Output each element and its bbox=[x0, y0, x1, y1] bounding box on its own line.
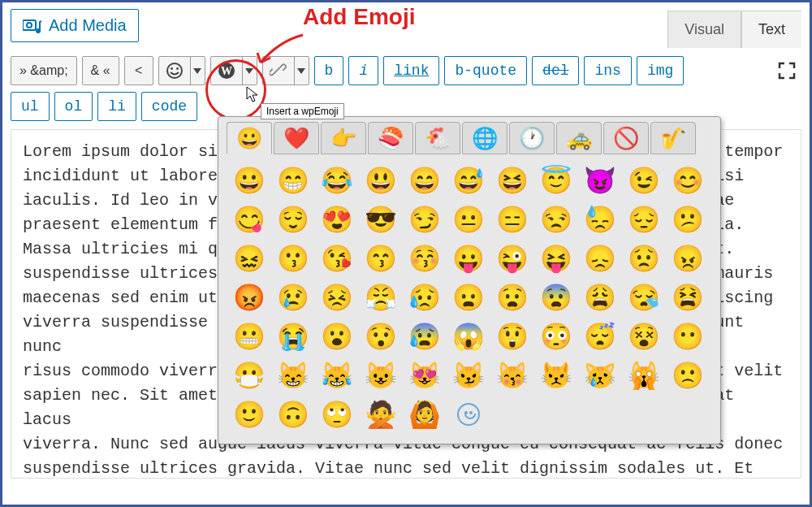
emoji-cell[interactable]: 😵 bbox=[624, 318, 663, 354]
emoji-cell[interactable]: 😜 bbox=[493, 240, 532, 276]
emoji-cell[interactable]: 😁 bbox=[274, 162, 313, 198]
fullscreen-button[interactable] bbox=[772, 56, 801, 85]
emoji-category-tab[interactable]: 👉 bbox=[321, 122, 366, 154]
wordpress-dropdown-button[interactable]: W bbox=[210, 56, 257, 85]
emoji-category-tab[interactable]: 🍣 bbox=[368, 122, 413, 154]
emoji-category-tab[interactable]: 🕐 bbox=[509, 122, 555, 154]
emoji-cell[interactable]: 😦 bbox=[449, 280, 488, 315]
tab-text[interactable]: Text bbox=[741, 11, 801, 48]
emoji-cell[interactable]: 😙 bbox=[361, 240, 400, 276]
emoji-cell[interactable]: 😣 bbox=[317, 280, 356, 315]
ul-button[interactable]: ul bbox=[11, 92, 50, 121]
emoji-cell[interactable]: 😋 bbox=[230, 202, 269, 237]
code-button[interactable]: code bbox=[141, 92, 197, 121]
img-button[interactable]: img bbox=[637, 56, 684, 85]
emoji-cell[interactable]: 😿 bbox=[581, 358, 620, 393]
del-button[interactable]: del bbox=[532, 56, 579, 85]
emoji-cell[interactable]: 😈 bbox=[581, 162, 620, 198]
emoji-cell[interactable]: 😯 bbox=[361, 318, 400, 354]
ins-button[interactable]: ins bbox=[584, 56, 631, 85]
emoji-cell[interactable]: 😮 bbox=[317, 318, 356, 354]
emoji-cell[interactable]: 🙃 bbox=[274, 396, 313, 432]
emoji-cell[interactable]: 🙂 bbox=[230, 396, 269, 432]
emoji-cell[interactable]: 😱 bbox=[449, 318, 488, 354]
emoji-cell[interactable]: 😍 bbox=[317, 202, 356, 237]
emoji-cell[interactable]: 🙄 bbox=[317, 396, 356, 432]
emoji-cell[interactable]: 😺 bbox=[361, 358, 400, 393]
emoji-cell[interactable]: 😔 bbox=[624, 202, 663, 237]
emoji-cell[interactable]: 😏 bbox=[405, 202, 444, 237]
emoji-cell[interactable]: 😲 bbox=[493, 318, 532, 354]
emoji-cell[interactable]: 😆 bbox=[493, 162, 532, 198]
link-dropdown-button[interactable] bbox=[262, 56, 309, 85]
emoji-cell[interactable]: 😞 bbox=[581, 240, 620, 276]
emoji-cell[interactable]: 😷 bbox=[230, 358, 269, 393]
emoji-cell[interactable]: 😓 bbox=[581, 202, 620, 237]
emoji-cell[interactable]: 😾 bbox=[537, 358, 576, 393]
emoji-cell[interactable]: 😥 bbox=[405, 280, 444, 315]
emoji-dropdown-button[interactable] bbox=[158, 56, 205, 85]
emoji-cell[interactable]: 😛 bbox=[449, 240, 488, 276]
emoji-cell[interactable]: 😽 bbox=[493, 358, 532, 393]
amp-raw-button[interactable]: » &amp; bbox=[11, 56, 77, 85]
add-media-button[interactable]: Add Media bbox=[11, 9, 139, 42]
emoji-cell[interactable]: 😨 bbox=[537, 280, 576, 315]
emoji-cell[interactable]: 😶 bbox=[668, 318, 707, 354]
emoji-cell[interactable]: 😖 bbox=[230, 240, 269, 276]
emoji-cell[interactable]: 😳 bbox=[537, 318, 576, 354]
emoji-cell[interactable]: 😂 bbox=[317, 162, 356, 198]
emoji-cell[interactable]: 😫 bbox=[668, 280, 707, 315]
emoji-cell[interactable]: 😪 bbox=[624, 280, 663, 315]
emoji-category-tab[interactable]: 🚕 bbox=[556, 122, 602, 154]
emoji-cell[interactable]: 😻 bbox=[405, 358, 444, 393]
emoji-cell[interactable]: 😬 bbox=[230, 318, 269, 354]
emoji-cell[interactable]: 😊 bbox=[668, 162, 707, 198]
emoji-cell[interactable]: 😚 bbox=[405, 240, 444, 276]
emoji-cell[interactable]: 😇 bbox=[537, 162, 576, 198]
emoji-cell[interactable]: 😑 bbox=[493, 202, 532, 237]
emoji-cell[interactable]: 😼 bbox=[449, 358, 488, 393]
emoji-cell[interactable]: 🙀 bbox=[624, 358, 663, 393]
emoji-cell[interactable]: 🙆 bbox=[405, 396, 444, 432]
emoji-category-tab[interactable]: 🐔 bbox=[415, 122, 460, 154]
emoji-cell[interactable]: 😩 bbox=[581, 280, 620, 315]
emoji-cell[interactable]: 🙁 bbox=[668, 358, 707, 393]
bold-button[interactable]: b bbox=[314, 56, 344, 85]
emoji-cell[interactable]: 😄 bbox=[405, 162, 444, 198]
bquote-button[interactable]: b-quote bbox=[444, 56, 527, 85]
emoji-cell[interactable]: 😴 bbox=[581, 318, 620, 354]
emoji-cell[interactable]: 🙅 bbox=[361, 396, 400, 432]
emoji-cell[interactable]: 😹 bbox=[317, 358, 356, 393]
ol-button[interactable]: ol bbox=[54, 92, 93, 121]
emoji-cell[interactable]: 😘 bbox=[317, 240, 356, 276]
lt-button[interactable]: < bbox=[124, 56, 153, 85]
amp-entity-button[interactable]: & « bbox=[82, 56, 119, 85]
emoji-cell[interactable]: 😤 bbox=[361, 280, 400, 315]
emoji-cell[interactable]: 😝 bbox=[537, 240, 576, 276]
emoji-cell[interactable]: 😅 bbox=[449, 162, 488, 198]
emoji-cell[interactable]: 😕 bbox=[668, 202, 707, 237]
emoji-cell[interactable]: 😠 bbox=[668, 240, 707, 276]
emoji-category-tab[interactable]: 🌐 bbox=[462, 122, 508, 154]
emoji-cell[interactable]: 😌 bbox=[274, 202, 313, 237]
italic-button[interactable]: i bbox=[348, 56, 378, 85]
tab-visual[interactable]: Visual bbox=[667, 11, 741, 48]
emoji-cell[interactable]: 😧 bbox=[493, 280, 532, 315]
emoji-cell[interactable] bbox=[449, 396, 488, 432]
emoji-category-tab[interactable]: 😀 bbox=[227, 122, 272, 154]
li-button[interactable]: li bbox=[97, 92, 136, 121]
emoji-cell[interactable]: 😡 bbox=[230, 280, 269, 315]
emoji-cell[interactable]: 😃 bbox=[361, 162, 400, 198]
emoji-cell[interactable]: 😟 bbox=[624, 240, 663, 276]
emoji-cell[interactable]: 😰 bbox=[405, 318, 444, 354]
emoji-cell[interactable]: 😗 bbox=[274, 240, 313, 276]
link-button[interactable]: link bbox=[383, 56, 439, 85]
emoji-cell[interactable]: 😢 bbox=[274, 280, 313, 315]
emoji-cell[interactable]: 😭 bbox=[274, 318, 313, 354]
emoji-cell[interactable]: 😸 bbox=[274, 358, 313, 393]
emoji-cell[interactable]: 😎 bbox=[361, 202, 400, 237]
emoji-cell[interactable]: 😐 bbox=[449, 202, 488, 237]
emoji-cell[interactable]: 😉 bbox=[624, 162, 663, 198]
emoji-category-tab[interactable]: ❤️ bbox=[274, 122, 319, 154]
emoji-category-tab[interactable]: 🚫 bbox=[603, 122, 649, 154]
